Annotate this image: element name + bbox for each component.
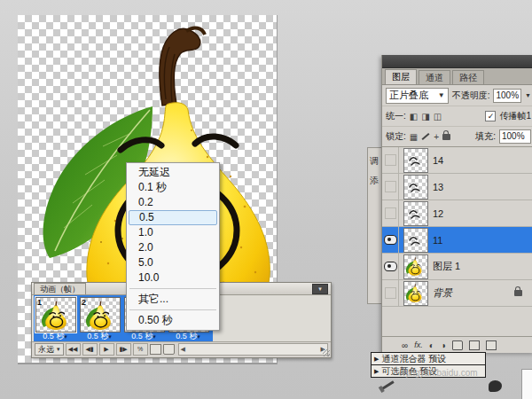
visibility-well[interactable] <box>382 174 399 200</box>
tab-paths[interactable]: 路径 <box>452 70 484 84</box>
propagate-label: 传播帧1 <box>499 110 531 122</box>
eye-icon[interactable] <box>384 235 397 245</box>
adjustment-layer-icon[interactable]: ◑ <box>441 340 446 350</box>
tab-layers[interactable]: 图层 <box>385 69 417 84</box>
delete-layer-icon[interactable] <box>486 340 497 350</box>
first-frame-button[interactable]: ◀◀ <box>66 343 81 356</box>
lock-pixels-icon[interactable] <box>422 133 430 140</box>
fill-value[interactable]: 100% <box>499 129 531 144</box>
unify-style-icon[interactable]: ◫ <box>434 112 442 121</box>
layers-panel-footer: ∞ fx. ◐ ◑ <box>382 336 532 353</box>
menu-item-2.0[interactable]: 2.0 <box>129 240 217 255</box>
layer-mask-icon[interactable]: ◐ <box>429 340 434 350</box>
visibility-empty-icon <box>385 154 396 166</box>
visibility-empty-icon <box>385 181 396 192</box>
collapsed-panel-label: 通道混合器 预设 <box>381 353 446 365</box>
collapsed-arrow-icon: ▶ <box>374 356 379 363</box>
layer-name[interactable]: 12 <box>433 208 443 219</box>
layer-row-background[interactable]: 背景 <box>382 280 532 307</box>
panel-resize-grip[interactable] <box>323 349 330 356</box>
link-layers-icon[interactable]: ∞ <box>402 340 408 350</box>
visibility-well[interactable] <box>382 147 399 173</box>
layer-thumbnail[interactable] <box>403 175 428 200</box>
menu-item-10.0[interactable]: 10.0 <box>129 270 217 286</box>
frames-scrollbar[interactable]: ◀ ▶ <box>178 343 328 356</box>
layer-thumbnail[interactable] <box>403 201 428 226</box>
lock-row: 锁定: ▦ + 填充: 100% <box>382 127 532 147</box>
play-button[interactable]: ▶ <box>99 343 114 356</box>
unify-label: 统一: <box>386 110 406 122</box>
frame-3-delay[interactable]: 0.5 秒▾ <box>123 331 164 342</box>
scrollbar-fragment[interactable] <box>521 369 532 399</box>
menu-item-0.2[interactable]: 0.2 <box>129 195 217 210</box>
layer-row-11[interactable]: 11 <box>382 227 532 254</box>
layer-row-13[interactable]: 13 <box>382 174 532 200</box>
frame-2[interactable]: 2 <box>80 297 121 332</box>
delete-frame-button[interactable] <box>163 344 175 355</box>
scroll-left-icon[interactable]: ◀ <box>179 346 187 353</box>
eye-icon[interactable] <box>384 262 397 271</box>
visibility-well[interactable] <box>382 280 399 306</box>
previous-frame-button[interactable]: ◀▮ <box>82 343 98 356</box>
blend-mode-select[interactable]: 正片叠底▼ <box>386 88 449 104</box>
visibility-empty-icon <box>385 287 396 299</box>
menu-item-other[interactable]: 其它... <box>129 292 217 307</box>
new-frame-button[interactable] <box>150 344 161 355</box>
animation-panel-tab[interactable]: 动画（帧） <box>34 283 86 294</box>
layer-thumbnail[interactable] <box>403 148 428 173</box>
adjustments-strip-label: 调 <box>370 155 379 168</box>
layer-row-layer1[interactable]: 图层 1 <box>382 254 532 280</box>
layer-name[interactable]: 背景 <box>433 286 452 300</box>
frame-2-delay[interactable]: 0.5 秒▾ <box>79 331 120 342</box>
visibility-well[interactable] <box>382 227 399 253</box>
layer-name[interactable]: 图层 1 <box>433 260 460 273</box>
layer-name[interactable]: 14 <box>433 155 443 166</box>
channel-mixer-presets-row[interactable]: ▶ 通道混合器 预设 <box>371 352 486 365</box>
layer-name[interactable]: 13 <box>433 182 443 192</box>
tab-channels[interactable]: 通道 <box>419 70 450 84</box>
visibility-well[interactable] <box>382 200 399 226</box>
layer-row-12[interactable]: 12 <box>382 200 532 227</box>
chevron-down-icon[interactable]: ▼ <box>525 92 531 98</box>
menu-item-0.1s[interactable]: 0.1 秒 <box>129 180 217 195</box>
menu-item-1.0[interactable]: 1.0 <box>129 225 217 240</box>
menu-item-no-delay[interactable]: 无延迟 <box>129 165 217 180</box>
lock-position-icon[interactable]: + <box>434 132 439 142</box>
lock-label: 锁定: <box>386 130 406 143</box>
propagate-checkbox[interactable]: ✓ <box>485 111 496 121</box>
visibility-empty-icon <box>385 207 396 219</box>
unify-row: 统一: ◧ ◨ ◫ ✓ 传播帧1 <box>382 106 532 127</box>
unify-position-icon[interactable]: ◧ <box>410 112 418 121</box>
lock-transparency-icon[interactable]: ▦ <box>410 132 418 142</box>
layer-thumbnail[interactable] <box>403 254 428 279</box>
next-frame-button[interactable]: ▮▶ <box>116 343 131 356</box>
layer-name[interactable]: 11 <box>433 235 442 246</box>
chevron-down-icon: ▼ <box>438 91 445 99</box>
frame-number: 2 <box>82 298 86 307</box>
frame-number: 1 <box>37 298 42 307</box>
layer-thumbnail[interactable] <box>403 228 428 253</box>
menu-item-0.5[interactable]: 0.5 <box>129 210 217 225</box>
layer-styles-icon[interactable]: fx. <box>414 340 423 349</box>
frame-4-delay[interactable]: 0.5 秒▾ <box>168 331 208 342</box>
unify-visibility-icon[interactable]: ◨ <box>421 112 429 121</box>
menu-item-5.0[interactable]: 5.0 <box>129 255 217 270</box>
visibility-well[interactable] <box>382 254 399 279</box>
photoshop-workspace: 动画（帧） ▾ 1 2 3 4 0.5 秒▾ 0.5 秒▾ 0.5 秒 <box>0 0 532 399</box>
opacity-label: 不透明度: <box>452 90 490 102</box>
menu-item-0.50s[interactable]: 0.50 秒 <box>129 313 217 328</box>
opacity-value[interactable]: 100% <box>493 89 521 103</box>
tween-button[interactable]: % <box>133 343 148 356</box>
frame-1[interactable]: 1 <box>35 297 76 332</box>
frame-1-delay[interactable]: 0.5 秒▾ <box>35 331 75 342</box>
layer-row-14[interactable]: 14 <box>382 147 532 174</box>
new-group-icon[interactable] <box>452 340 463 350</box>
watermark: jingyan.baidu.com <box>406 368 478 378</box>
loop-count-dropdown[interactable]: 永远▾ <box>35 343 64 356</box>
lock-all-icon[interactable] <box>442 134 450 140</box>
new-layer-icon[interactable] <box>469 340 480 350</box>
layers-panel-titlebar[interactable] <box>382 55 532 68</box>
layer-thumbnail[interactable] <box>403 281 428 306</box>
layers-panel: 图层 通道 路径 正片叠底▼ 不透明度: 100% ▼ 统一: ◧ ◨ ◫ ✓ … <box>381 55 532 353</box>
animation-panel-menu-icon[interactable]: ▾ <box>312 284 328 294</box>
